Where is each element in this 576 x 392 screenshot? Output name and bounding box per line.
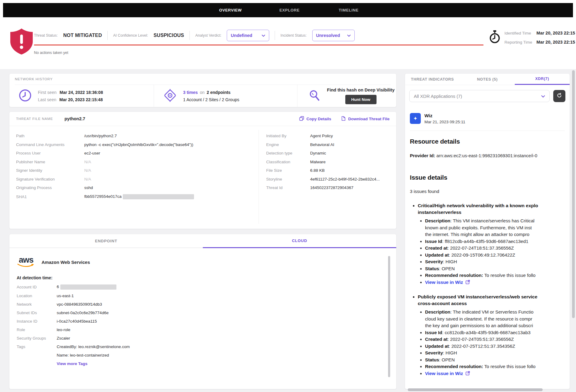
tab-explore[interactable]: EXPLORE: [268, 8, 311, 12]
field-label: Initiated By: [266, 134, 310, 138]
field-label: Role: [17, 327, 57, 332]
xdr-content: Resource details Provider Id: arn:aws:ec…: [410, 133, 570, 389]
issue-updated-at: Updated at: 2022-07-25T12:51:37.354356Z: [425, 343, 570, 350]
field-label: Account ID: [17, 285, 57, 289]
analyst-verdict-select[interactable]: Undefined: [227, 30, 269, 41]
download-threat-file-label: Download Threat File: [348, 117, 390, 121]
issue-item: Publicly exposed VM instance/serverless/…: [418, 294, 570, 377]
analyst-verdict-value: Undefined: [231, 33, 252, 38]
tab-xdr[interactable]: XDR(7): [515, 74, 570, 85]
tab-cloud[interactable]: CLOUD: [203, 234, 396, 248]
tab-overview[interactable]: OVERVIEW: [209, 8, 252, 12]
target-icon: [163, 88, 177, 104]
threat-file-card: THREAT FILE NAME python2.7 Copy Details …: [9, 111, 397, 229]
issue-resolution: Recommended resolution: To resolve this …: [425, 363, 570, 370]
issue-title-line2: instance/serverless: [418, 209, 570, 216]
seen-times-section: First seenMar 24, 2022 18:36:08 Last see…: [9, 85, 154, 107]
field-value: leo-role: [57, 327, 70, 332]
issue-severity: Severity: HIGH: [425, 350, 570, 357]
detection-count-section: 3 timeson2 endpoints 1 Account / 2 Sites…: [154, 85, 297, 107]
copy-details-button[interactable]: Copy Details: [299, 116, 331, 122]
field-value: 6: [57, 284, 116, 290]
external-link-icon[interactable]: [465, 371, 470, 378]
cloud-details: Account ID6 Locationus-east-1 Networkvpc…: [17, 284, 396, 357]
reporting-time-label: Reporting Time: [504, 40, 532, 45]
threat-status-row: Threat Status: NOT MITIGATED AI Confiden…: [34, 30, 355, 41]
xdr-applications-select[interactable]: All XDR Applications (7): [409, 90, 550, 102]
aws-smile-icon: [17, 263, 35, 267]
divider: [189, 31, 190, 40]
at-detection-time-label: At detection time:: [17, 275, 396, 280]
field-label: File Size: [266, 168, 310, 173]
field-value: 6.88 KB: [310, 168, 325, 173]
view-more-tags-link[interactable]: View more Tags: [57, 361, 396, 366]
issue-created-at: Created at: 2022-07-24T18:51:37.356556Z: [425, 245, 570, 252]
incident-status-select[interactable]: Unresolved: [312, 30, 355, 41]
view-issue-in-wiz-link[interactable]: View issue in Wiz: [425, 280, 463, 285]
incident-status-label: Incident Status:: [280, 33, 306, 38]
provider-id-label: Provider Id:: [410, 153, 435, 158]
times-conjunction: on: [200, 90, 205, 95]
redaction-box: [123, 194, 194, 199]
endpoints-count: 2 endpoints: [207, 90, 231, 95]
refresh-icon: [557, 93, 562, 99]
field-value: ec2-user: [84, 151, 100, 155]
hunt-now-button[interactable]: Hunt Now: [345, 95, 377, 104]
issue-severity: Severity: HIGH: [425, 258, 570, 265]
xdr-horizontal-scrollbar[interactable]: [408, 388, 543, 391]
cloud-card-scrollbar[interactable]: [388, 256, 390, 377]
incident-status-value: Unresolved: [316, 33, 340, 38]
issue-status: Status: OPEN: [425, 265, 570, 272]
issue-item: Critical/High network vulnerability with…: [418, 202, 570, 286]
stopwatch-icon: [489, 30, 501, 45]
issue-id: Issue Id: ff812cdb-a44b-43f5-93d6-6687ae…: [425, 238, 570, 245]
threat-status-label: Threat Status:: [34, 33, 58, 38]
field-label: Subnet IDs: [17, 311, 57, 315]
field-value: python -c exec("cHJpbnQoImhlbGxvIik=".de…: [84, 142, 193, 147]
issues-found-count: 3 issues found: [410, 189, 570, 194]
issue-title: Critical/High network vulnerability with…: [418, 202, 570, 209]
times-box: Identified Time Mar 20, 2023 22:15 Repor…: [489, 30, 575, 45]
field-label: Publisher Name: [16, 160, 84, 164]
field-label: Originating Process: [16, 185, 84, 190]
tab-threat-indicators[interactable]: THREAT INDICATORS: [405, 74, 460, 85]
issue-description: Description: The indicated VM or Serverl…: [425, 309, 570, 329]
field-value: /usr/bin/python2.7: [84, 134, 117, 138]
external-link-icon[interactable]: [465, 280, 470, 287]
first-seen-value: Mar 24, 2022 18:36:08: [59, 90, 103, 95]
threat-file-name: python2.7: [65, 116, 85, 121]
tab-timeline[interactable]: TIMELINE: [327, 8, 370, 12]
hash-hunt-caption: Find this hash on Deep Visibility: [327, 88, 395, 92]
times-seen-link[interactable]: 3 times: [183, 90, 198, 95]
ai-confidence-label: AI Confidence Level:: [113, 33, 148, 38]
issue-created-at: Created at: 2022-07-24T05:51:37.356556Z: [425, 336, 570, 343]
copy-details-label: Copy Details: [306, 117, 331, 121]
tab-notes[interactable]: NOTES (5): [460, 74, 515, 85]
file-details-left: Path/usr/bin/python2.7 Command Line Argu…: [9, 130, 259, 224]
threat-status-value: NOT MITIGATED: [63, 33, 102, 38]
field-label: Classification: [266, 160, 310, 164]
refresh-button[interactable]: [553, 90, 565, 102]
top-navigation-bar: OVERVIEW EXPLORE TIMELINE: [3, 3, 573, 17]
xdr-vertical-scrollbar[interactable]: [572, 70, 575, 318]
issue-status: Status: OPEN: [425, 357, 570, 364]
view-issue-in-wiz-link[interactable]: View issue in Wiz: [425, 371, 463, 376]
field-value: Behavioral AI: [310, 142, 334, 147]
field-value: 1645022372872904367: [310, 185, 353, 190]
field-label: Tags: [17, 344, 57, 349]
field-label: Command Line Arguments: [16, 142, 84, 147]
copy-icon: [299, 116, 304, 122]
download-threat-file-button[interactable]: Download Threat File: [341, 116, 390, 122]
tab-endpoint[interactable]: ENDPOINT: [9, 234, 203, 248]
scope-text: 1 Account / 2 Sites / 2 Groups: [183, 97, 239, 102]
field-value: Malware: [310, 160, 326, 164]
field-value: i-0ca27c40d45bea115: [57, 319, 97, 324]
identified-time-value: Mar 20, 2023 22:15: [537, 31, 575, 35]
field-label: Detection type: [266, 151, 310, 155]
field-value: CreatedBy: leo.reznik@sentinelone.com: [57, 344, 130, 349]
chevron-down-icon: [262, 33, 265, 38]
cloud-provider-name: Amazon Web Services: [42, 260, 90, 265]
field-label: SHA1: [16, 194, 84, 199]
field-value: Agent Policy: [310, 134, 333, 138]
xdr-applications-value: All XDR Applications (7): [414, 94, 462, 99]
